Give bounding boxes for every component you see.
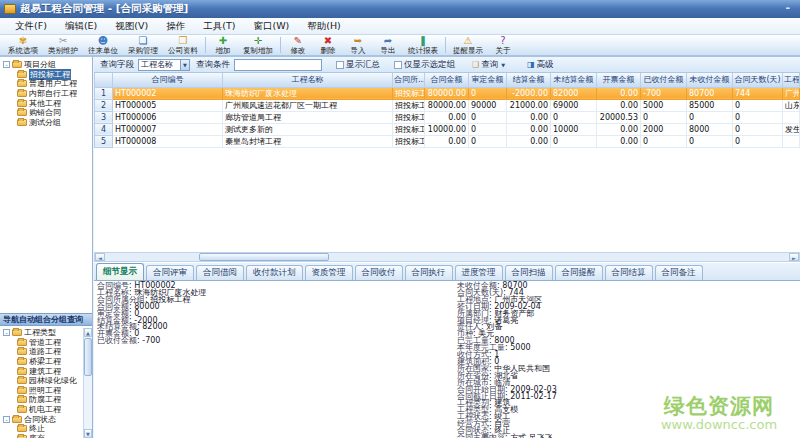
grid-column-header-0[interactable] xyxy=(95,73,113,87)
toolbar-button-6[interactable]: ✛复制增加 xyxy=(238,35,278,55)
checkbox-icon[interactable] xyxy=(394,61,402,69)
toolbar-separator xyxy=(205,37,206,53)
grid-cell: 0.00 xyxy=(507,135,551,147)
only-selected-group-checkbox[interactable]: 仅显示选定组 xyxy=(394,59,455,71)
grid-column-header-3[interactable]: 合同所... xyxy=(393,73,425,87)
table-row[interactable]: 4HT000007测试更多新的招投标工程10000.0000.00100000.… xyxy=(95,123,800,135)
advanced-icon: ◨ xyxy=(527,60,535,69)
search-icon: ❑ xyxy=(472,60,479,69)
grid-column-header-1[interactable]: 合同编号 xyxy=(113,73,223,87)
grid-column-header-10[interactable]: 未收付金额 xyxy=(687,73,733,87)
grid-column-header-11[interactable]: 合同天数(天) xyxy=(733,73,783,87)
folder-icon xyxy=(17,71,27,78)
toolbar-button-1[interactable]: ✂类别维护 xyxy=(43,35,83,55)
show-summary-label: 显示汇总 xyxy=(346,59,380,71)
app-icon xyxy=(4,4,16,14)
minimize-button[interactable]: - xyxy=(785,1,790,14)
tab-3[interactable]: 收付款计划 xyxy=(246,265,303,280)
menu-item-6[interactable]: 帮助(H) xyxy=(298,19,350,34)
toolbar-button-2[interactable]: ☻往来单位 xyxy=(83,35,123,55)
expand-box-icon[interactable]: - xyxy=(3,61,10,68)
scroll-right-icon[interactable]: ► xyxy=(789,253,799,261)
toolbar-button-8[interactable]: ✖删除 xyxy=(313,35,343,55)
grid-column-header-7[interactable]: 未结算金额 xyxy=(551,73,597,87)
menu-item-3[interactable]: 操作 xyxy=(157,19,194,34)
toolbar-button-11[interactable]: ❚统计报表 xyxy=(403,35,443,55)
show-summary-checkbox[interactable]: 显示汇总 xyxy=(336,59,380,71)
grid-column-header-2[interactable]: 工程名称 xyxy=(223,73,393,87)
scrollbar-thumb[interactable] xyxy=(199,253,329,261)
tab-8[interactable]: 合同扫描 xyxy=(505,265,553,280)
expand-box-icon[interactable]: - xyxy=(3,416,10,423)
tab-1[interactable]: 合同评审 xyxy=(146,265,194,280)
advanced-button[interactable]: ◨ 高级 xyxy=(522,57,559,73)
scroll-left-icon[interactable]: ◄ xyxy=(95,253,105,261)
grid-column-header-9[interactable]: 已收付金额 xyxy=(641,73,687,87)
toolbar-button-9[interactable]: ➥导入 xyxy=(343,35,373,55)
search-button[interactable]: ❑ 查询 ▼ xyxy=(467,57,510,73)
tab-11[interactable]: 合同备注 xyxy=(655,265,703,280)
toolbar-button-label: 提醒显示 xyxy=(453,46,483,55)
grid-cell: 80000.00 xyxy=(425,99,469,111)
toolbar-button-3[interactable]: ❏采购管理 xyxy=(123,35,163,55)
toolbar-button-13[interactable]: ?关于 xyxy=(488,35,518,55)
grid-cell: 5000 xyxy=(641,99,687,111)
query-field-select[interactable]: 工程名称 ▼ xyxy=(138,59,190,71)
grid-column-header-4[interactable]: 合同金额 xyxy=(425,73,469,87)
grid-cell: 0 xyxy=(733,135,783,147)
table-row[interactable]: 1HT000002珠海纺织厂废水处理招投标工程80000.000-2000.00… xyxy=(95,87,800,99)
nav-tree-item-1-1[interactable]: 废弃 xyxy=(1,434,83,438)
toolbar-button-0[interactable]: ✾系统选项 xyxy=(3,35,43,55)
tab-2[interactable]: 合同借阅 xyxy=(196,265,244,280)
table-row[interactable]: 3HT000006廊坊管道局工程招投标工程0.0000.00020000.530… xyxy=(95,111,800,123)
table-row[interactable]: 2HT000005广州顺风速运花都厂区一期工程招投标工程80000.009000… xyxy=(95,99,800,111)
grid-cell: 0.00 xyxy=(425,111,469,123)
scroll-up-icon[interactable]: ▲ xyxy=(84,328,92,337)
horizontal-scrollbar[interactable]: ◄ ► xyxy=(94,252,800,262)
menu-item-2[interactable]: 视图(V) xyxy=(106,19,157,34)
grid-cell: 0.00 xyxy=(507,123,551,135)
project-tree-item-5[interactable]: 测试分组 xyxy=(1,118,91,128)
toolbar-button-4[interactable]: ❐公司资料 xyxy=(163,35,203,55)
scroll-down-icon[interactable]: ▼ xyxy=(84,429,92,438)
expand-box-icon[interactable]: - xyxy=(3,329,10,336)
menu-item-4[interactable]: 工具(T) xyxy=(194,19,244,34)
menu-item-1[interactable]: 编辑(E) xyxy=(56,19,106,34)
chevron-down-icon[interactable]: ▼ xyxy=(180,60,189,70)
grid-cell: 发生大 xyxy=(783,123,800,135)
scrollbar-thumb[interactable] xyxy=(84,338,92,376)
nav-group-query-header[interactable]: 导航自动组合分组查询 xyxy=(0,313,92,326)
toolbar-button-12[interactable]: ⚠提醒显示 xyxy=(448,35,488,55)
grid-cell: HT000008 xyxy=(113,135,223,147)
menu-item-0[interactable]: 文件(F) xyxy=(6,19,56,34)
folder-icon xyxy=(17,358,27,365)
toolbar-button-label: 导出 xyxy=(381,46,396,55)
grid-column-header-12[interactable]: 工程... xyxy=(783,73,800,87)
toolbar-button-10[interactable]: ➦导出 xyxy=(373,35,403,55)
tab-5[interactable]: 合同收付 xyxy=(355,265,403,280)
query-field-value: 工程名称 xyxy=(141,59,173,70)
toolbar-button-5[interactable]: ✚增加 xyxy=(208,35,238,55)
grid-column-header-5[interactable]: 审定金额 xyxy=(469,73,507,87)
watermark-site-name: 绿色资源网 xyxy=(640,395,798,417)
query-condition-input[interactable] xyxy=(234,59,322,71)
grid-column-header-8[interactable]: 开票金额 xyxy=(597,73,641,87)
folder-icon xyxy=(17,109,27,116)
tab-6[interactable]: 合同执行 xyxy=(405,265,453,280)
grid-cell: 0 xyxy=(641,111,687,123)
tab-10[interactable]: 合同结算 xyxy=(605,265,653,280)
checkbox-icon[interactable] xyxy=(336,61,344,69)
tab-4[interactable]: 资质管理 xyxy=(305,265,353,280)
detail-field-label: 已收付金额 xyxy=(97,336,137,345)
app-window: 超易工程合同管理 - [合同采购管理] - 文件(F)编辑(E)视图(V)操作工… xyxy=(0,0,800,438)
sidebar-scrollbar[interactable]: ▲ ▼ xyxy=(83,328,92,438)
grid-column-header-6[interactable]: 结算金额 xyxy=(507,73,551,87)
tab-9[interactable]: 合同提醒 xyxy=(555,265,603,280)
menu-item-5[interactable]: 窗口(W) xyxy=(244,19,298,34)
toolbar-button-7[interactable]: ✎修改 xyxy=(283,35,313,55)
tab-7[interactable]: 进度管理 xyxy=(455,265,503,280)
tab-0[interactable]: 细节显示 xyxy=(96,263,144,280)
partner-units-icon: ☻ xyxy=(98,36,108,46)
chevron-down-icon[interactable]: ▼ xyxy=(501,62,505,68)
table-row[interactable]: 5HT000008秦皇岛封堵工程招投标工程0.0000.0000.00000 xyxy=(95,135,800,147)
